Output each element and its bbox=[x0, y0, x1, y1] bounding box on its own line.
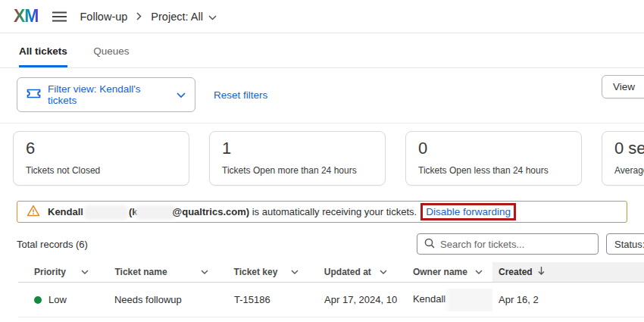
tab-all-tickets[interactable]: All tickets bbox=[19, 45, 67, 67]
search-icon bbox=[424, 238, 435, 251]
stat-card-open-more-24h: 1 Tickets Open more than 24 hours bbox=[209, 131, 386, 186]
annotation-red-box: Disable forwarding bbox=[420, 203, 516, 220]
banner-email-prefix: (k bbox=[129, 206, 138, 217]
search-input[interactable] bbox=[440, 239, 591, 250]
column-header-owner-name[interactable]: Owner name bbox=[397, 262, 492, 282]
stats-cards: 6 Tickets not Closed 1 Tickets Open more… bbox=[0, 123, 644, 186]
tickets-table: Priority Ticket name Ticket key Updated … bbox=[18, 262, 644, 322]
ticket-icon bbox=[27, 89, 41, 101]
chevron-down-icon[interactable] bbox=[201, 270, 208, 274]
xm-logo: XM bbox=[14, 6, 39, 27]
forwarding-warning-banner: Kendall(k@qualtrics.com) is automaticall… bbox=[17, 201, 627, 223]
column-header-ticket-name[interactable]: Ticket name bbox=[98, 262, 217, 282]
warning-triangle-icon bbox=[27, 205, 40, 219]
breadcrumb-section[interactable]: Follow-up bbox=[80, 11, 128, 23]
stat-card-open-less-24h: 0 Tickets Open less than 24 hours bbox=[405, 131, 582, 186]
ticket-key-cell: T-15186 bbox=[218, 294, 308, 305]
banner-message: Kendall(k@qualtrics.com) is automaticall… bbox=[48, 206, 516, 217]
view-button[interactable]: View bbox=[602, 75, 644, 98]
redacted-owner-last-name bbox=[450, 289, 492, 311]
ticket-search-box[interactable] bbox=[417, 233, 599, 255]
stat-value: 6 bbox=[26, 139, 177, 158]
chevron-down-icon[interactable] bbox=[380, 270, 387, 274]
banner-user-name: Kendall bbox=[48, 206, 83, 217]
project-selector[interactable]: Project: All bbox=[151, 11, 217, 23]
priority-cell: Low bbox=[18, 294, 98, 305]
stat-label: Tickets not Closed bbox=[26, 165, 177, 176]
table-row[interactable]: Low Needs followup T-15186 Apr 17, 2024,… bbox=[18, 283, 644, 317]
total-records-label: Total records (6) bbox=[17, 239, 88, 250]
disable-forwarding-link[interactable]: Disable forwarding bbox=[426, 206, 511, 217]
stat-value: 0 bbox=[418, 139, 569, 158]
banner-text: is automatically receiving your tickets. bbox=[252, 206, 417, 217]
table-toolbar: Total records (6) Status: A bbox=[17, 233, 644, 255]
stat-value: 0 secs bbox=[614, 139, 644, 158]
hamburger-menu-icon[interactable] bbox=[52, 11, 67, 22]
table-row[interactable]: Medium Unsatisfied Customer T-14914 Apr … bbox=[18, 317, 644, 322]
stat-label: Tickets Open less than 24 hours bbox=[418, 165, 569, 176]
redacted-email bbox=[138, 208, 173, 217]
priority-dot-low bbox=[34, 296, 42, 304]
banner-email-suffix: @qualtrics.com) bbox=[173, 206, 250, 217]
table-header-row: Priority Ticket name Ticket key Updated … bbox=[18, 262, 644, 283]
stat-card-average-response: 0 secs Average res bbox=[602, 131, 644, 186]
breadcrumb: Follow-up Project: All bbox=[80, 11, 217, 23]
owner-name-cell: Kendall bbox=[397, 289, 492, 311]
project-selector-label: Project: All bbox=[151, 11, 203, 23]
sort-descending-icon bbox=[538, 267, 545, 277]
ticket-name-cell[interactable]: Needs followup bbox=[98, 294, 218, 305]
top-bar: XM Follow-up Project: All bbox=[0, 0, 644, 33]
chevron-down-icon[interactable] bbox=[81, 270, 89, 274]
chevron-down-icon bbox=[208, 11, 217, 23]
stat-card-tickets-not-closed: 6 Tickets not Closed bbox=[13, 131, 189, 186]
column-header-priority[interactable]: Priority bbox=[18, 262, 98, 282]
tab-queues[interactable]: Queues bbox=[93, 45, 129, 65]
column-header-ticket-key[interactable]: Ticket key bbox=[218, 262, 308, 282]
stat-value: 1 bbox=[222, 139, 373, 158]
stat-label: Tickets Open more than 24 hours bbox=[222, 165, 373, 176]
created-cell: Apr 16, 2 bbox=[492, 294, 644, 305]
column-header-created[interactable]: Created bbox=[492, 262, 644, 282]
column-header-updated-at[interactable]: Updated at bbox=[308, 262, 397, 282]
tab-bar: All tickets Queues bbox=[0, 44, 644, 68]
updated-at-cell: Apr 17, 2024, 10:56 AM bbox=[308, 294, 397, 305]
filter-view-label: Filter view: Kendall's tickets bbox=[48, 83, 170, 106]
filter-view-dropdown[interactable]: Filter view: Kendall's tickets bbox=[17, 77, 195, 112]
chevron-right-icon bbox=[136, 12, 142, 20]
chevron-down-icon[interactable] bbox=[475, 270, 483, 274]
chevron-down-icon[interactable] bbox=[291, 270, 299, 274]
stat-label: Average res bbox=[614, 165, 644, 176]
status-filter-dropdown[interactable]: Status: A bbox=[606, 233, 644, 255]
chevron-down-icon bbox=[177, 89, 186, 101]
redacted-last-name bbox=[86, 208, 126, 217]
filter-bar: Filter view: Kendall's tickets Reset fil… bbox=[0, 68, 644, 123]
reset-filters-link[interactable]: Reset filters bbox=[214, 89, 267, 101]
